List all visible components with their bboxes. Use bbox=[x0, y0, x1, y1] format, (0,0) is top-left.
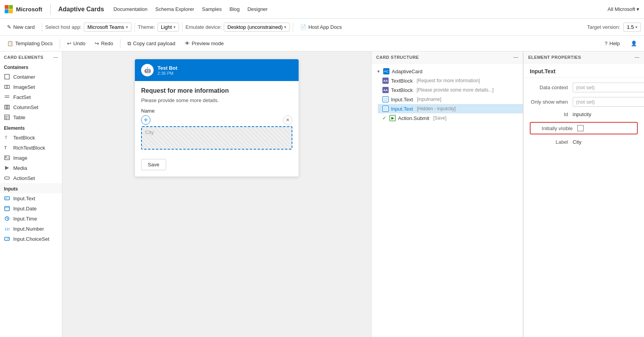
divider-2 bbox=[134, 23, 135, 32]
properties-collapse-icon[interactable]: — bbox=[635, 55, 639, 60]
structure-collapse-icon[interactable]: — bbox=[513, 55, 518, 60]
input-text-name-icon: ⬚ bbox=[382, 96, 389, 102]
host-app-docs-icon: 📄 bbox=[300, 24, 306, 30]
undo-button[interactable]: ↩ Undo bbox=[63, 39, 89, 48]
nav-links: Documentation Schema Explorer Samples Bl… bbox=[113, 6, 268, 12]
inputs-label: Inputs bbox=[0, 183, 62, 193]
sidebar-item-input-time[interactable]: Input.Time bbox=[0, 213, 62, 224]
microsoft-logo[interactable]: Microsoft bbox=[5, 5, 42, 13]
help-label: Help bbox=[609, 41, 620, 46]
input-text-city-icon: ⬚ bbox=[382, 106, 389, 112]
only-show-when-input[interactable] bbox=[573, 97, 644, 107]
card-structure-panel: CARD STRUCTURE — ▼ AC AdaptiveCard AA Te… bbox=[371, 51, 523, 337]
action-submit-icon: ▶ bbox=[389, 115, 396, 121]
imageset-label: ImageSet bbox=[13, 84, 35, 90]
copy-card-payload-button[interactable]: ⧉ Copy card payload bbox=[124, 39, 179, 48]
check-icon: ✓ bbox=[382, 115, 386, 121]
user-profile-button[interactable]: 👤 bbox=[627, 39, 641, 48]
redo-label: Redo bbox=[101, 41, 113, 46]
preview-mode-label: Preview mode bbox=[192, 41, 224, 46]
media-icon bbox=[4, 165, 10, 171]
sidebar-item-textblock[interactable]: T TextBlock bbox=[0, 132, 62, 143]
sidebar-item-richtextblock[interactable]: T RichTextBlock bbox=[0, 143, 62, 153]
redo-button[interactable]: ↪ Redo bbox=[91, 39, 117, 48]
svg-rect-14 bbox=[5, 156, 9, 160]
copy-icon: ⧉ bbox=[127, 41, 131, 47]
nav-samples[interactable]: Samples bbox=[202, 6, 222, 12]
structure-panel-header: CARD STRUCTURE — bbox=[372, 51, 523, 64]
input-date-icon bbox=[4, 205, 10, 212]
label-field-label: Label bbox=[530, 139, 573, 145]
initially-visible-label: Initially visible bbox=[534, 125, 577, 131]
nav-schema-explorer[interactable]: Schema Explorer bbox=[155, 6, 194, 12]
sidebar-item-table[interactable]: Table bbox=[0, 112, 62, 122]
new-card-icon: ✎ bbox=[7, 24, 11, 30]
bot-name: Test Bot bbox=[157, 65, 177, 71]
sidebar-item-input-choiceset[interactable]: Input.ChoiceSet bbox=[0, 234, 62, 244]
tree-textblock-1[interactable]: AA TextBlock [Request for more informati… bbox=[378, 76, 523, 85]
name-label: Name bbox=[141, 108, 292, 114]
toolbar-1: ✎ New card Select host app: Microsoft Te… bbox=[0, 19, 644, 36]
collapse-icon[interactable]: — bbox=[53, 55, 58, 60]
help-icon: ? bbox=[605, 41, 607, 46]
city-input-field[interactable]: City bbox=[141, 126, 292, 150]
card-structure-tree: ▼ AC AdaptiveCard AA TextBlock [Request … bbox=[372, 64, 523, 337]
nav-documentation[interactable]: Documentation bbox=[113, 6, 147, 12]
sidebar-item-input-date[interactable]: Input.Date bbox=[0, 203, 62, 213]
input-text-name-sublabel: [inputname] bbox=[417, 97, 441, 102]
sidebar-item-actionset[interactable]: ActionSet bbox=[0, 173, 62, 183]
prop-label-field: Label City bbox=[530, 139, 638, 145]
host-app-docs-button[interactable]: 📄 Host App Docs bbox=[296, 23, 346, 32]
new-card-button[interactable]: ✎ New card bbox=[3, 23, 39, 32]
device-dropdown[interactable]: Desktop (unconstrained) ▾ bbox=[224, 23, 290, 32]
data-context-input[interactable] bbox=[573, 83, 644, 92]
sidebar-item-input-text[interactable]: Input.Text bbox=[0, 193, 62, 203]
sidebar-item-factset[interactable]: FactSet bbox=[0, 92, 62, 102]
card-header-info: Test Bot 2:36 PM bbox=[157, 65, 177, 76]
tree-adaptive-card[interactable]: ▼ AC AdaptiveCard bbox=[372, 67, 523, 76]
undo-label: Undo bbox=[73, 41, 85, 46]
theme-chevron: ▾ bbox=[173, 25, 175, 29]
tree-textblock-2[interactable]: AA TextBlock [Please provide some more d… bbox=[378, 85, 523, 95]
svg-line-24 bbox=[7, 219, 8, 219]
input-date-label: Input.Date bbox=[13, 206, 37, 212]
sidebar-item-input-number[interactable]: 123 Input.Number bbox=[0, 224, 62, 234]
host-app-dropdown[interactable]: Microsoft Teams ▾ bbox=[84, 23, 131, 32]
device-label: Emulate device: bbox=[186, 24, 222, 30]
textblock-icon: T bbox=[4, 134, 10, 141]
target-version-dropdown[interactable]: 1.5 ▾ bbox=[623, 23, 641, 32]
svg-rect-8 bbox=[5, 115, 9, 120]
save-button[interactable]: Save bbox=[141, 159, 166, 170]
tree-action-submit[interactable]: ✓ ▶ Action.Submit [Save] bbox=[378, 113, 523, 123]
sidebar-item-columnset[interactable]: ColumnSet bbox=[0, 102, 62, 112]
nav-designer[interactable]: Designer bbox=[248, 6, 268, 12]
ms-squares-icon bbox=[5, 5, 13, 13]
id-label: Id bbox=[530, 111, 573, 117]
all-microsoft-dropdown[interactable]: All Microsoft ▾ bbox=[608, 6, 639, 12]
sidebar-item-container[interactable]: Container bbox=[0, 72, 62, 82]
properties-title: ELEMENT PROPERTIES bbox=[528, 55, 581, 60]
svg-rect-26 bbox=[5, 237, 9, 240]
svg-rect-0 bbox=[5, 74, 9, 79]
theme-dropdown[interactable]: Light ▾ bbox=[157, 23, 179, 32]
preview-mode-button[interactable]: 👁 Preview mode bbox=[181, 39, 228, 48]
sidebar-item-imageset[interactable]: ImageSet bbox=[0, 82, 62, 92]
svg-text:T: T bbox=[4, 146, 7, 150]
help-button[interactable]: ? Help bbox=[601, 39, 624, 48]
tree-input-text-name[interactable]: ⬚ Input.Text [inputname] bbox=[378, 95, 523, 104]
nav-blog[interactable]: Blog bbox=[230, 6, 240, 12]
sidebar-item-media[interactable]: Media bbox=[0, 163, 62, 173]
action-submit-label: Action.Submit bbox=[398, 115, 429, 121]
toolbar-2: 📋 Templating Docs ↩ Undo ↪ Redo ⧉ Copy c… bbox=[0, 36, 644, 51]
templating-docs-button[interactable]: 📋 Templating Docs bbox=[3, 39, 57, 48]
tree-input-text-city[interactable]: ⬚ Input.Text [Hidden - inputcity] bbox=[378, 104, 523, 113]
svg-rect-17 bbox=[5, 177, 9, 179]
input-number-label: Input.Number bbox=[13, 226, 44, 232]
initially-visible-checkbox[interactable] bbox=[577, 125, 584, 131]
prop-data-context: Data context … bbox=[530, 83, 638, 92]
sidebar-item-image[interactable]: Image bbox=[0, 153, 62, 163]
move-btn[interactable]: ✛ bbox=[141, 115, 150, 125]
textblock1-icon: AA bbox=[382, 78, 389, 84]
properties-body: Data context … Only show when … Id input… bbox=[524, 78, 644, 337]
close-btn[interactable]: ✕ bbox=[283, 115, 292, 125]
